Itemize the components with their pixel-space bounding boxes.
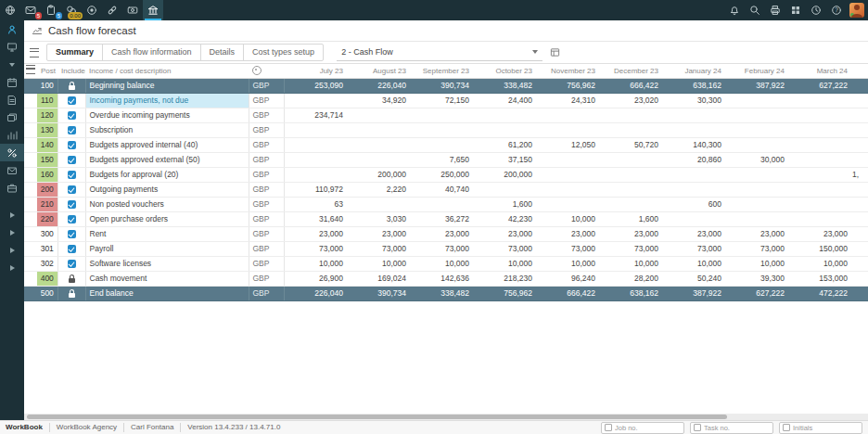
included-cell[interactable] bbox=[57, 122, 85, 137]
currency-cell[interactable]: GBP bbox=[249, 137, 284, 152]
inbox-mail-icon[interactable]: 5 bbox=[20, 0, 41, 20]
included-checkbox[interactable] bbox=[68, 245, 76, 253]
description-cell[interactable]: Payroll bbox=[85, 241, 249, 256]
value-cell-partial[interactable] bbox=[851, 122, 868, 137]
included-checkbox[interactable] bbox=[68, 215, 76, 223]
sidebar-item-expand-2[interactable] bbox=[0, 223, 24, 241]
sidebar-item-briefcase[interactable] bbox=[0, 179, 24, 197]
value-cell[interactable]: 638,162 bbox=[662, 78, 725, 93]
value-cell[interactable]: 73,000 bbox=[725, 241, 788, 256]
printer-icon[interactable] bbox=[765, 0, 785, 20]
currency-cell[interactable]: GBP bbox=[249, 167, 284, 182]
value-cell[interactable] bbox=[599, 197, 662, 211]
value-cell[interactable]: 10,000 bbox=[473, 256, 536, 271]
column-header-month[interactable]: November 23 bbox=[536, 64, 599, 78]
column-header-currency[interactable] bbox=[249, 64, 284, 78]
description-cell[interactable]: Budgets approved internal (40) bbox=[85, 137, 249, 152]
value-cell[interactable] bbox=[599, 152, 662, 167]
description-cell[interactable]: Outgoing payments bbox=[85, 182, 249, 197]
value-cell[interactable]: 250,000 bbox=[410, 167, 473, 182]
value-cell[interactable] bbox=[662, 108, 725, 122]
value-cell[interactable]: 34,920 bbox=[347, 93, 410, 108]
value-cell[interactable] bbox=[347, 122, 410, 137]
value-cell[interactable]: 253,090 bbox=[284, 78, 347, 93]
included-cell[interactable] bbox=[57, 286, 85, 300]
value-cell[interactable]: 50,720 bbox=[599, 137, 662, 152]
sidebar-item-documents[interactable] bbox=[0, 91, 24, 108]
value-cell[interactable]: 10,000 bbox=[536, 211, 599, 226]
value-cell[interactable] bbox=[284, 167, 347, 182]
value-cell[interactable]: 39,300 bbox=[725, 271, 788, 286]
value-cell[interactable] bbox=[725, 211, 788, 226]
value-cell[interactable]: 72,150 bbox=[410, 93, 473, 108]
sidebar-item-reports[interactable] bbox=[0, 126, 24, 144]
value-cell[interactable] bbox=[410, 122, 473, 137]
value-cell[interactable]: 73,000 bbox=[473, 241, 536, 256]
column-header-month[interactable]: February 24 bbox=[725, 64, 788, 78]
value-cell[interactable]: 10,000 bbox=[662, 256, 725, 271]
value-cell-partial[interactable] bbox=[851, 152, 868, 167]
description-cell[interactable]: Non posted vouchers bbox=[85, 197, 249, 211]
included-checkbox[interactable] bbox=[68, 111, 76, 120]
included-cell[interactable] bbox=[57, 108, 85, 122]
value-cell-partial[interactable] bbox=[851, 256, 868, 271]
value-cell[interactable] bbox=[662, 211, 725, 226]
value-cell[interactable] bbox=[347, 108, 410, 122]
cashflow-view-dropdown[interactable]: 2 - Cash Flow bbox=[337, 45, 542, 61]
user-avatar[interactable] bbox=[849, 3, 864, 18]
sidebar-item-schedule[interactable] bbox=[0, 73, 24, 91]
value-cell[interactable] bbox=[725, 167, 788, 182]
currency-cell[interactable]: GBP bbox=[249, 271, 284, 286]
value-cell[interactable]: 10,000 bbox=[536, 256, 599, 271]
value-cell[interactable]: 73,000 bbox=[599, 241, 662, 256]
company-finance-icon[interactable] bbox=[143, 0, 163, 20]
included-cell[interactable] bbox=[57, 137, 85, 152]
value-cell[interactable]: 3,030 bbox=[347, 211, 410, 226]
currency-cell[interactable]: GBP bbox=[249, 226, 284, 241]
value-cell[interactable] bbox=[725, 122, 788, 137]
column-header-included[interactable]: Included bbox=[57, 64, 85, 78]
value-cell[interactable]: 200,000 bbox=[347, 167, 410, 182]
included-cell[interactable] bbox=[57, 226, 85, 241]
included-cell[interactable] bbox=[57, 182, 85, 197]
value-cell[interactable]: 42,230 bbox=[473, 211, 536, 226]
value-cell[interactable]: 387,922 bbox=[662, 286, 725, 300]
view-options-icon[interactable] bbox=[550, 47, 560, 57]
included-checkbox[interactable] bbox=[68, 185, 76, 194]
currency-cell[interactable]: GBP bbox=[249, 197, 284, 211]
included-cell[interactable] bbox=[57, 78, 85, 93]
value-cell[interactable]: 30,300 bbox=[662, 93, 725, 108]
value-cell[interactable]: 23,000 bbox=[662, 226, 725, 241]
included-cell[interactable] bbox=[57, 256, 85, 271]
value-cell[interactable]: 338,482 bbox=[410, 286, 473, 300]
value-cell[interactable]: 234,714 bbox=[284, 108, 347, 122]
post-cell[interactable]: 301 bbox=[37, 241, 57, 256]
value-cell[interactable]: 10,000 bbox=[599, 256, 662, 271]
value-cell[interactable] bbox=[347, 137, 410, 152]
column-header-post[interactable]: Post bbox=[37, 64, 57, 78]
value-cell[interactable] bbox=[473, 108, 536, 122]
value-cell[interactable]: 23,020 bbox=[599, 93, 662, 108]
column-header-month[interactable]: August 23 bbox=[347, 64, 410, 78]
value-cell[interactable] bbox=[788, 167, 851, 182]
value-cell[interactable] bbox=[536, 182, 599, 197]
sidebar-item-expand-3[interactable] bbox=[0, 241, 24, 259]
description-cell[interactable]: Subscription bbox=[85, 122, 249, 137]
apps-grid-icon[interactable] bbox=[785, 0, 806, 20]
value-cell[interactable] bbox=[284, 137, 347, 152]
value-cell-partial[interactable] bbox=[851, 226, 868, 241]
value-cell[interactable]: 142,636 bbox=[410, 271, 473, 286]
currency-cell[interactable]: GBP bbox=[249, 122, 284, 137]
included-checkbox[interactable] bbox=[68, 96, 76, 105]
value-cell[interactable]: 73,000 bbox=[284, 241, 347, 256]
value-cell[interactable]: 23,000 bbox=[284, 226, 347, 241]
value-cell[interactable]: 338,482 bbox=[473, 78, 536, 93]
value-cell[interactable]: 37,150 bbox=[473, 152, 536, 167]
post-cell[interactable]: 302 bbox=[37, 256, 57, 271]
column-header-month[interactable]: March 24 bbox=[788, 64, 851, 78]
column-menu-header[interactable] bbox=[24, 64, 37, 78]
description-cell[interactable]: Overdue incoming payments bbox=[85, 108, 249, 122]
globe-icon[interactable] bbox=[0, 0, 20, 20]
description-cell[interactable]: Cash movement bbox=[85, 271, 249, 286]
tab-cost-types-setup[interactable]: Cost types setup bbox=[244, 45, 323, 60]
